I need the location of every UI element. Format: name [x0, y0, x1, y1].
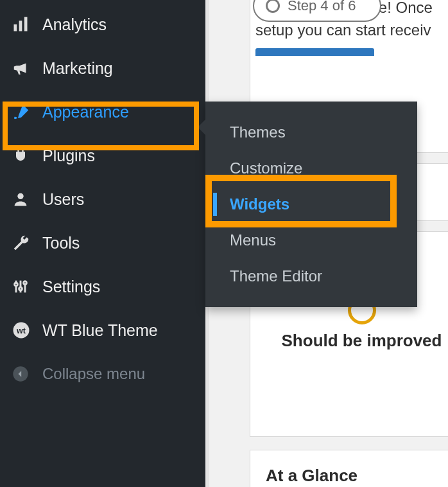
svg-point-7 [15, 283, 18, 286]
svg-rect-0 [14, 24, 17, 31]
submenu-label-menus: Menus [230, 231, 276, 249]
theme-logo-icon: wt [12, 321, 36, 340]
wrench-icon [12, 233, 36, 252]
setup-step-badge: Step 4 of 6 [253, 0, 381, 22]
svg-point-8 [19, 287, 22, 290]
sidebar-label-plugins: Plugins [42, 146, 95, 165]
sidebar-item-settings[interactable]: Settings [0, 265, 205, 308]
submenu-item-theme-editor[interactable]: Theme Editor [205, 258, 417, 294]
setup-line2: setup you can start receiv [255, 21, 431, 39]
admin-sidebar: Analytics Marketing Appearance Plugins U [0, 0, 205, 487]
submenu-item-customize[interactable]: Customize [205, 150, 417, 186]
submenu-item-widgets[interactable]: Widgets [205, 186, 417, 222]
appearance-submenu: Themes Customize Widgets Menus Theme Edi… [205, 102, 417, 307]
sidebar-item-analytics[interactable]: Analytics [0, 3, 205, 46]
at-a-glance-panel: At a Glance [250, 450, 448, 487]
sidebar-label-wt-blue-theme: WT Blue Theme [42, 321, 158, 340]
svg-rect-2 [24, 17, 28, 31]
sidebar-label-marketing: Marketing [42, 59, 113, 78]
primary-action-partial[interactable] [255, 48, 374, 56]
step-label: Step 4 of 6 [288, 0, 356, 14]
svg-point-3 [17, 193, 23, 199]
collapse-icon [12, 365, 36, 383]
brush-icon [12, 102, 36, 121]
sidebar-label-users: Users [42, 190, 84, 209]
submenu-label-widgets: Widgets [230, 195, 289, 213]
sidebar-item-plugins[interactable]: Plugins [0, 134, 205, 177]
collapse-menu-button[interactable]: Collapse menu [0, 352, 205, 396]
submenu-label-theme-editor: Theme Editor [230, 267, 322, 285]
svg-rect-1 [19, 21, 22, 31]
analytics-icon [12, 15, 36, 33]
user-icon [12, 190, 36, 208]
step-progress-icon [266, 0, 280, 13]
sidebar-item-wt-blue-theme[interactable]: wt WT Blue Theme [0, 308, 205, 352]
megaphone-icon [12, 58, 36, 78]
sidebar-item-tools[interactable]: Tools [0, 221, 205, 265]
sidebar-item-users[interactable]: Users [0, 177, 205, 221]
plug-icon [12, 146, 36, 164]
sidebar-label-settings: Settings [42, 278, 100, 296]
submenu-item-themes[interactable]: Themes [205, 114, 417, 150]
sliders-icon [12, 278, 36, 296]
sidebar-label-appearance: Appearance [42, 103, 129, 121]
sidebar-item-marketing[interactable]: Marketing [0, 46, 205, 90]
site-health-status: Should be improved [263, 331, 448, 351]
submenu-item-menus[interactable]: Menus [205, 222, 417, 258]
svg-point-9 [24, 281, 27, 285]
at-a-glance-title: At a Glance [266, 466, 448, 486]
svg-text:wt: wt [16, 326, 26, 335]
collapse-menu-label: Collapse menu [42, 365, 145, 383]
sidebar-label-tools: Tools [42, 234, 80, 252]
sidebar-item-appearance[interactable]: Appearance [0, 90, 205, 134]
sidebar-label-analytics: Analytics [42, 15, 107, 34]
submenu-label-themes: Themes [230, 123, 286, 141]
submenu-label-customize: Customize [230, 159, 302, 177]
